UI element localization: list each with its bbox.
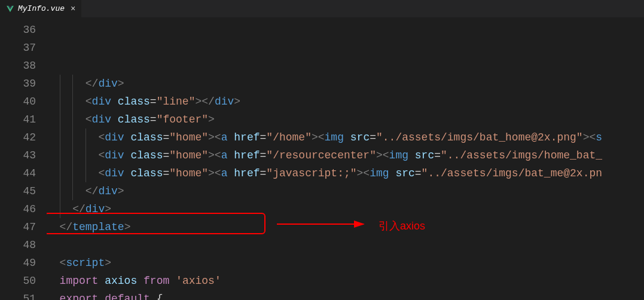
line-number: 51 xyxy=(0,290,36,300)
annotation-label: 引入axios xyxy=(379,219,425,233)
code-line[interactable]: <script> xyxy=(47,254,644,272)
close-icon[interactable]: × xyxy=(71,4,75,14)
code-line[interactable]: </div> xyxy=(47,200,644,218)
line-number: 38 xyxy=(0,57,36,75)
vue-icon xyxy=(6,5,14,13)
line-number: 43 xyxy=(0,146,36,164)
tab-myinfo[interactable]: MyInfo.vue × xyxy=(0,0,82,17)
line-number: 36 xyxy=(0,21,36,39)
line-number: 44 xyxy=(0,164,36,182)
line-number: 48 xyxy=(0,236,36,254)
line-number: 46 xyxy=(0,200,36,218)
code-line[interactable]: </template> xyxy=(47,218,644,236)
line-number: 45 xyxy=(0,182,36,200)
code-line[interactable]: import axios from 'axios' xyxy=(47,272,644,290)
code-editor[interactable]: 36373839404142434445464748495051 引入axios… xyxy=(0,18,644,300)
code-line[interactable]: <div class="home"><a href="javascript:;"… xyxy=(47,164,644,182)
gutter: 36373839404142434445464748495051 xyxy=(0,18,47,300)
tab-bar: MyInfo.vue × xyxy=(0,0,644,18)
code-area[interactable]: 引入axios </div><div class="line"></div><d… xyxy=(47,18,644,300)
code-line[interactable] xyxy=(47,236,644,254)
code-line[interactable]: <div class="home"><a href="/home"><img s… xyxy=(47,128,644,146)
line-number: 37 xyxy=(0,39,36,57)
code-line[interactable]: </div> xyxy=(47,75,644,93)
code-line[interactable]: <div class="line"></div> xyxy=(47,93,644,111)
line-number: 42 xyxy=(0,128,36,146)
line-number: 47 xyxy=(0,218,36,236)
line-number: 40 xyxy=(0,93,36,111)
tab-label: MyInfo.vue xyxy=(18,4,65,13)
code-line[interactable]: export default { xyxy=(47,290,644,300)
line-number: 49 xyxy=(0,254,36,272)
code-line[interactable]: <div class="home"><a href="/resourcecent… xyxy=(47,146,644,164)
code-line[interactable]: </div> xyxy=(47,182,644,200)
line-number: 39 xyxy=(0,75,36,93)
code-line[interactable]: <div class="footer"> xyxy=(47,111,644,128)
line-number: 50 xyxy=(0,272,36,290)
line-number: 41 xyxy=(0,111,36,128)
